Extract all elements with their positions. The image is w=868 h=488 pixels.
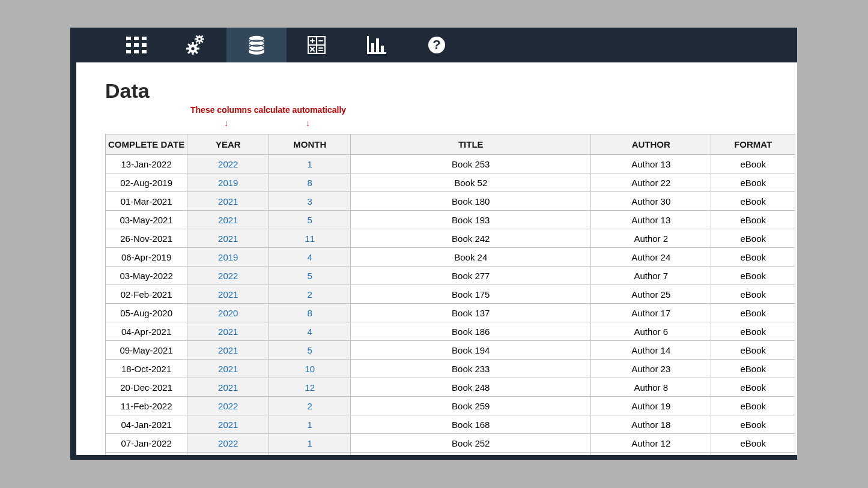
cell-date[interactable]: 26-Nov-2021 [106,229,187,248]
cell-author[interactable]: Author 7 [591,267,711,285]
cell-year[interactable]: 2021 [187,192,269,211]
cell-month[interactable]: 4 [269,248,351,267]
cell-month[interactable]: 8 [269,304,351,322]
table-row[interactable]: 13-Jan-202220221Book 253Author 13eBook [106,155,795,173]
col-month[interactable]: MONTH [269,134,351,155]
cell-month[interactable]: 1 [269,155,351,173]
cell-date[interactable]: 20-Dec-2021 [106,378,187,397]
cell-month[interactable]: 5 [269,267,351,285]
cell-date[interactable]: 03-May-2021 [106,211,187,229]
cell-title[interactable]: Book 259 [351,397,591,415]
cell-title[interactable]: Book 24 [351,248,591,267]
cell-author[interactable]: Author 13 [591,155,711,173]
cell-date[interactable]: 01-Mar-2021 [106,192,187,211]
cell-date[interactable]: 09-May-2021 [106,341,187,360]
cell-date[interactable]: 18-Oct-2021 [106,360,187,378]
cell-year[interactable]: 2022 [187,267,269,285]
nav-dashboard[interactable] [106,28,166,62]
cell-author[interactable]: Author 8 [591,378,711,397]
table-row[interactable]: 07-Jan-202220221Book 252Author 12eBook [106,434,795,453]
table-row[interactable]: 03-May-202120215Book 193Author 13eBook [106,211,795,229]
cell-author[interactable]: Author 24 [591,248,711,267]
cell-title[interactable]: Book 175 [351,285,591,304]
cell-author[interactable]: Author 18 [591,415,711,434]
cell-title[interactable]: Book 168 [351,415,591,434]
cell-format[interactable]: eBook [711,360,795,378]
cell-author[interactable]: Author 12 [591,434,711,453]
cell-year[interactable]: 2021 [187,229,269,248]
table-row[interactable]: 11-Feb-202220222Book 259Author 19eBook [106,397,795,415]
cell-year[interactable]: 2021 [187,360,269,378]
cell-format[interactable]: eBook [711,192,795,211]
cell-author[interactable]: Author 30 [591,192,711,211]
table-row[interactable]: 03-May-202220225Book 277Author 7eBook [106,267,795,285]
cell-year[interactable]: 2022 [187,155,269,173]
cell-format[interactable]: eBook [711,211,795,229]
table-row[interactable]: 26-Nov-2021202111Book 242Author 2eBook [106,229,795,248]
cell-date[interactable]: 04-Jan-2021 [106,415,187,434]
cell-year[interactable]: 2021 [187,211,269,229]
cell-format[interactable]: eBook [711,173,795,192]
cell-month[interactable]: 3 [269,192,351,211]
cell-format[interactable]: eBook [711,434,795,453]
cell-title[interactable]: Book 252 [351,434,591,453]
cell-year[interactable]: 2021 [187,378,269,397]
nav-charts[interactable] [347,28,407,62]
cell-month[interactable]: 11 [269,229,351,248]
cell-author[interactable]: Author 14 [591,341,711,360]
cell-date[interactable]: 11-Feb-2022 [106,397,187,415]
table-row[interactable]: 01-Feb-202220222Book 257Author 17eBook [106,453,795,456]
cell-title[interactable]: Book 180 [351,192,591,211]
cell-author[interactable]: Author 13 [591,211,711,229]
cell-date[interactable]: 13-Jan-2022 [106,155,187,173]
cell-format[interactable]: eBook [711,304,795,322]
cell-title[interactable]: Book 233 [351,360,591,378]
cell-title[interactable]: Book 257 [351,453,591,456]
cell-month[interactable]: 1 [269,434,351,453]
cell-title[interactable]: Book 137 [351,304,591,322]
cell-author[interactable]: Author 22 [591,173,711,192]
cell-year[interactable]: 2022 [187,434,269,453]
cell-format[interactable]: eBook [711,341,795,360]
cell-format[interactable]: eBook [711,322,795,341]
table-row[interactable]: 20-Dec-2021202112Book 248Author 8eBook [106,378,795,397]
table-row[interactable]: 01-Mar-202120213Book 180Author 30eBook [106,192,795,211]
table-row[interactable]: 06-Apr-201920194Book 24Author 24eBook [106,248,795,267]
cell-author[interactable]: Author 2 [591,229,711,248]
table-row[interactable]: 02-Aug-201920198Book 52Author 22eBook [106,173,795,192]
cell-format[interactable]: eBook [711,285,795,304]
cell-format[interactable]: eBook [711,155,795,173]
cell-year[interactable]: 2022 [187,397,269,415]
cell-year[interactable]: 2021 [187,341,269,360]
cell-month[interactable]: 2 [269,397,351,415]
cell-month[interactable]: 4 [269,322,351,341]
cell-date[interactable]: 01-Feb-2022 [106,453,187,456]
cell-author[interactable]: Author 19 [591,397,711,415]
cell-title[interactable]: Book 248 [351,378,591,397]
cell-date[interactable]: 03-May-2022 [106,267,187,285]
table-row[interactable]: 09-May-202120215Book 194Author 14eBook [106,341,795,360]
cell-format[interactable]: eBook [711,229,795,248]
cell-title[interactable]: Book 186 [351,322,591,341]
cell-format[interactable]: eBook [711,397,795,415]
cell-date[interactable]: 02-Aug-2019 [106,173,187,192]
cell-year[interactable]: 2021 [187,285,269,304]
cell-date[interactable]: 02-Feb-2021 [106,285,187,304]
col-title[interactable]: TITLE [351,134,591,155]
cell-year[interactable]: 2019 [187,248,269,267]
cell-author[interactable]: Author 25 [591,285,711,304]
nav-calculator[interactable] [287,28,347,62]
cell-title[interactable]: Book 242 [351,229,591,248]
col-author[interactable]: AUTHOR [591,134,711,155]
cell-title[interactable]: Book 253 [351,155,591,173]
cell-month[interactable]: 10 [269,360,351,378]
cell-title[interactable]: Book 277 [351,267,591,285]
cell-date[interactable]: 04-Apr-2021 [106,322,187,341]
cell-year[interactable]: 2019 [187,173,269,192]
cell-author[interactable]: Author 6 [591,322,711,341]
table-row[interactable]: 02-Feb-202120212Book 175Author 25eBook [106,285,795,304]
cell-date[interactable]: 05-Aug-2020 [106,304,187,322]
cell-title[interactable]: Book 52 [351,173,591,192]
cell-author[interactable]: Author 17 [591,304,711,322]
cell-month[interactable]: 2 [269,285,351,304]
